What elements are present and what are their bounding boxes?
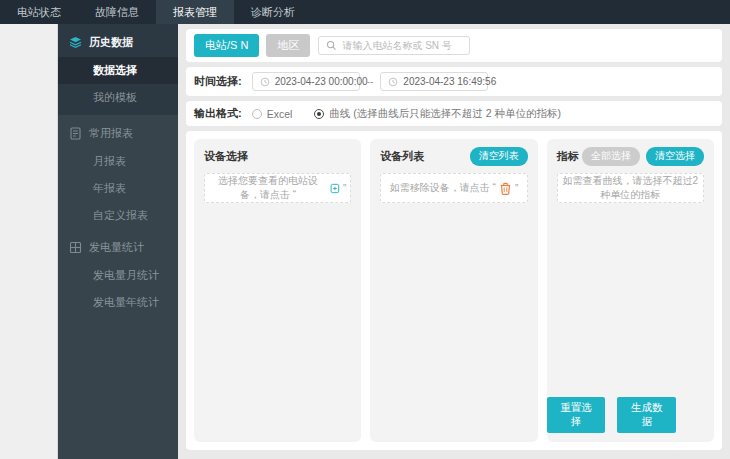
add-file-icon[interactable] [330, 182, 340, 195]
sidebar-item-energy-yearly[interactable]: 发电量年统计 [58, 289, 178, 316]
indicators-hint-text: 如需查看曲线，请选择不超过2种单位的指标 [562, 174, 699, 202]
region-button[interactable]: 地区 [266, 34, 310, 57]
datetime-separator: -- [367, 76, 374, 87]
output-format-card: 输出格式: Excel 曲线 (选择曲线后只能选择不超过 2 种单位的指标) [186, 101, 722, 126]
sidebar-item-yearly-report[interactable]: 年报表 [58, 175, 178, 202]
search-icon [326, 40, 337, 51]
indicators-panel: 指标 全部选择 清空选择 如需查看曲线，请选择不超过2种单位的指标 重置选择 生… [547, 139, 714, 442]
nav-tab-report-management[interactable]: 报表管理 [156, 0, 234, 24]
start-datetime-value: 2023-04-23 00:00:00 [275, 76, 368, 87]
device-list-hint-after: ” [515, 183, 518, 194]
sidebar-group-label: 历史数据 [89, 35, 133, 50]
end-datetime-value: 2023-04-23 16:49:56 [403, 76, 496, 87]
device-list-hint-box: 如需移除设备，请点击 “ ” [380, 173, 527, 203]
radio-option-curve[interactable]: 曲线 (选择曲线后只能选择不超过 2 种单位的指标) [314, 107, 561, 121]
trash-icon[interactable] [499, 182, 512, 195]
layers-icon [69, 36, 82, 49]
nav-tab-station-status[interactable]: 电站状态 [0, 0, 78, 24]
output-format-label: 输出格式: [194, 106, 242, 121]
sidebar-group-header-energy[interactable]: 发电量统计 [58, 229, 178, 262]
radio-option-excel[interactable]: Excel [252, 108, 293, 120]
sidebar-group-common-reports: 常用报表 月报表 年报表 自定义报表 [58, 115, 178, 229]
device-select-hint-box: 选择您要查看的电站设备，请点击 “ ” [204, 173, 351, 203]
top-navbar: 电站状态 故障信息 报表管理 诊断分析 [0, 0, 730, 24]
sidebar-item-energy-monthly[interactable]: 发电量月统计 [58, 262, 178, 289]
report-icon [69, 127, 82, 140]
device-select-hint-after: ” [343, 183, 346, 194]
sidebar-group-energy-stats: 发电量统计 发电量月统计 发电量年统计 [58, 229, 178, 316]
sidebar-group-label: 发电量统计 [89, 240, 144, 255]
nav-tab-diagnosis[interactable]: 诊断分析 [234, 0, 312, 24]
radio-excel-label: Excel [267, 108, 293, 120]
sidebar-group-label: 常用报表 [89, 126, 133, 141]
search-input[interactable]: 请输入电站名称或 SN 号 [318, 36, 470, 55]
sidebar-item-monthly-report[interactable]: 月报表 [58, 148, 178, 175]
device-list-title: 设备列表 [380, 149, 424, 164]
sidebar-item-custom-report[interactable]: 自定义报表 [58, 202, 178, 229]
radio-excel[interactable] [252, 109, 262, 119]
sidebar-group-header-reports[interactable]: 常用报表 [58, 115, 178, 148]
clock-icon [388, 77, 398, 87]
end-datetime-input[interactable]: 2023-04-23 16:49:56 [380, 72, 488, 91]
station-sn-button[interactable]: 电站/S N [194, 34, 259, 57]
select-all-indicators-button[interactable]: 全部选择 [582, 147, 640, 166]
sidebar-group-history-data: 历史数据 数据选择 我的模板 [58, 24, 178, 115]
selection-panels-card: 设备选择 选择您要查看的电站设备，请点击 “ ” 设备列表 清空列表 [186, 131, 722, 450]
sidebar-group-header-history[interactable]: 历史数据 [58, 24, 178, 57]
device-select-panel: 设备选择 选择您要查看的电站设备，请点击 “ ” [194, 139, 361, 442]
app-body: 历史数据 数据选择 我的模板 常用报表 月报表 年报表 自定义报表 [0, 24, 730, 459]
device-select-title: 设备选择 [204, 149, 248, 164]
radio-curve-label: 曲线 (选择曲线后只能选择不超过 2 种单位的指标) [329, 107, 561, 121]
search-filter-card: 电站/S N 地区 请输入电站名称或 SN 号 [186, 29, 722, 62]
clear-device-list-button[interactable]: 清空列表 [470, 147, 528, 166]
nav-tab-fault-info[interactable]: 故障信息 [78, 0, 156, 24]
left-gutter [0, 24, 58, 459]
indicators-hint-box: 如需查看曲线，请选择不超过2种单位的指标 [557, 173, 704, 203]
main-content: 电站/S N 地区 请输入电站名称或 SN 号 时间选择: 2023-04-23… [178, 24, 730, 459]
reset-selection-button[interactable]: 重置选择 [547, 397, 606, 433]
device-select-hint-before: 选择您要查看的电站设备，请点击 “ [209, 174, 327, 202]
sidebar-item-data-select[interactable]: 数据选择 [58, 57, 178, 84]
stats-icon [69, 241, 82, 254]
clock-icon [260, 77, 270, 87]
indicators-title: 指标 [557, 149, 579, 164]
time-select-label: 时间选择: [194, 74, 242, 89]
device-list-panel: 设备列表 清空列表 如需移除设备，请点击 “ ” [370, 139, 537, 442]
sidebar-item-my-template[interactable]: 我的模板 [58, 84, 178, 111]
device-list-hint-before: 如需移除设备，请点击 “ [390, 181, 496, 195]
sidebar: 历史数据 数据选择 我的模板 常用报表 月报表 年报表 自定义报表 [58, 24, 178, 459]
radio-curve[interactable] [314, 109, 324, 119]
search-placeholder: 请输入电站名称或 SN 号 [342, 39, 451, 53]
generate-data-button[interactable]: 生成数据 [617, 397, 676, 433]
time-select-card: 时间选择: 2023-04-23 00:00:00 -- 2023-04-23 … [186, 67, 722, 96]
clear-indicators-button[interactable]: 清空选择 [646, 147, 704, 166]
start-datetime-input[interactable]: 2023-04-23 00:00:00 [252, 72, 360, 91]
